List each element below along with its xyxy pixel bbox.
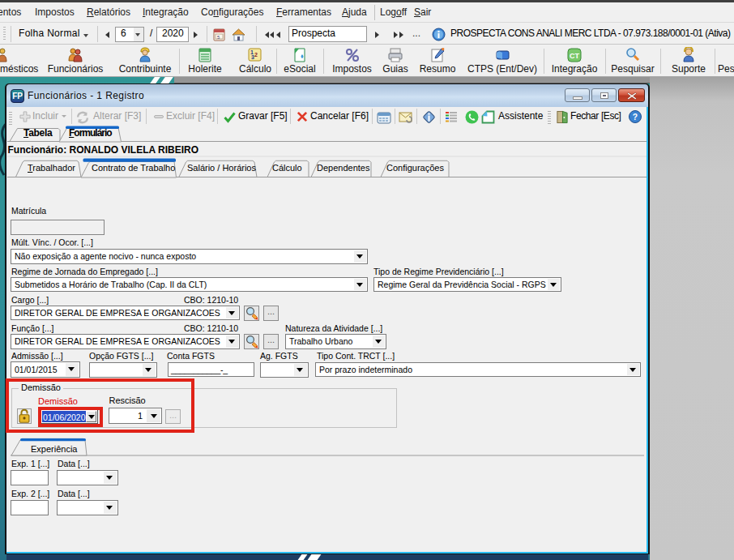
svg-text:2: 2 — [254, 52, 258, 58]
svg-text:?: ? — [633, 113, 638, 122]
svg-text:CT: CT — [570, 52, 579, 60]
svg-text:FP: FP — [12, 92, 23, 100]
svg-text:3: 3 — [251, 54, 254, 60]
